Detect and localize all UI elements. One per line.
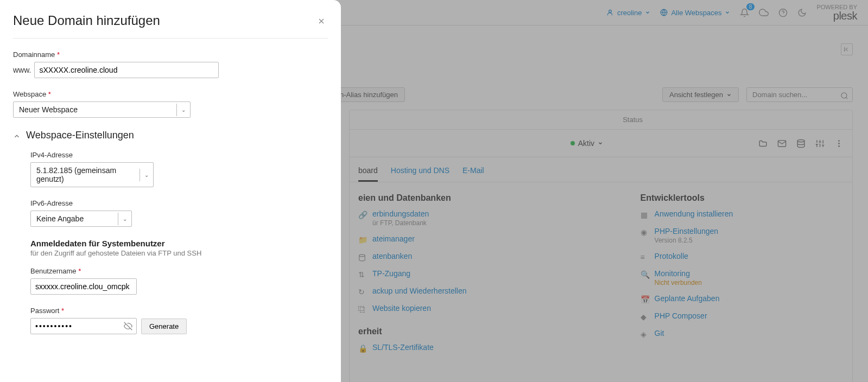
- add-domain-modal: Neue Domain hinzufügen Domainname * www.…: [0, 0, 341, 382]
- webspace-settings-title: Webspace-Einstellungen: [26, 130, 134, 141]
- chevron-down-icon: ⌄: [176, 104, 190, 116]
- credentials-title: Anmeldedaten für Systembenutzer: [30, 239, 328, 248]
- ipv6-label: IPv6-Adresse: [30, 199, 328, 207]
- ipv6-select[interactable]: Keine Angabe ⌄: [30, 211, 132, 227]
- webspace-select[interactable]: Neuer Webspace ⌄: [13, 101, 191, 118]
- credentials-desc: für den Zugriff auf gehostete Dateien vi…: [30, 249, 328, 257]
- divider: [13, 38, 328, 39]
- ipv4-select[interactable]: 5.1.82.185 (gemeinsam genutzt) ⌄: [30, 162, 154, 187]
- modal-title: Neue Domain hinzufügen: [13, 13, 328, 28]
- username-input[interactable]: [30, 278, 137, 295]
- ipv4-label: IPv4-Adresse: [30, 151, 328, 159]
- close-button[interactable]: [317, 15, 326, 27]
- password-input[interactable]: [30, 318, 137, 334]
- ipv4-value: 5.1.82.185 (gemeinsam genutzt): [31, 163, 140, 187]
- webspace-settings-section: IPv4-Adresse 5.1.82.185 (gemeinsam genut…: [30, 151, 328, 334]
- domain-label: Domainname *: [13, 50, 328, 59]
- section-toggle[interactable]: Webspace-Einstellungen: [13, 130, 328, 141]
- username-label: Benutzername *: [30, 267, 328, 275]
- generate-button[interactable]: Generate: [141, 319, 187, 334]
- close-icon: [317, 17, 326, 26]
- chevron-up-icon: [13, 131, 21, 139]
- chevron-down-icon: ⌄: [140, 169, 153, 181]
- domain-input[interactable]: [34, 62, 219, 78]
- ipv6-value: Keine Angabe: [31, 211, 118, 226]
- www-prefix: www.: [13, 66, 31, 74]
- chevron-down-icon: ⌄: [118, 213, 131, 225]
- eye-off-icon: [124, 322, 132, 330]
- webspace-field-group: Webspace * Neuer Webspace ⌄: [13, 90, 328, 118]
- webspace-value: Neuer Webspace: [14, 102, 176, 117]
- domain-field-group: Domainname * www.: [13, 50, 328, 78]
- toggle-password-icon[interactable]: [124, 321, 132, 330]
- webspace-label: Webspace *: [13, 90, 328, 98]
- password-label: Passwort *: [30, 307, 328, 315]
